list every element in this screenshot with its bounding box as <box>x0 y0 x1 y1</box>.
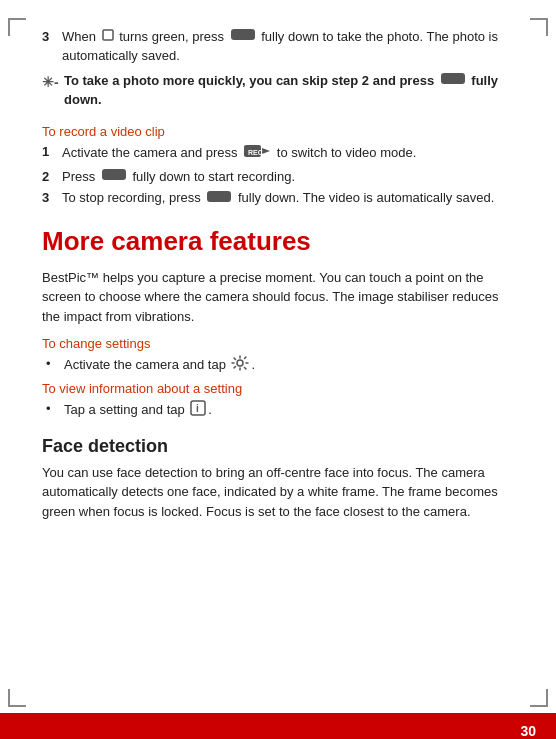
shutter-button-icon-v2 <box>101 168 127 187</box>
video-section-heading: To record a video clip <box>42 124 514 139</box>
corner-mark-bl <box>8 689 26 707</box>
view-info-heading: To view information about a setting <box>42 381 514 396</box>
svg-rect-0 <box>103 30 113 40</box>
more-camera-body: BestPic™ helps you capture a precise mom… <box>42 268 514 327</box>
bullet-dot-2: • <box>46 400 60 419</box>
corner-mark-tl <box>8 18 26 36</box>
svg-rect-2 <box>441 73 465 84</box>
step-3-text: When turns green, press fully down to ta… <box>62 28 514 66</box>
settings-gear-icon <box>231 355 249 377</box>
tip-text: To take a photo more quickly, you can sk… <box>64 72 514 110</box>
more-camera-heading: More camera features <box>42 226 514 257</box>
svg-point-8 <box>237 360 243 366</box>
main-content: 3 When turns green, press fully down to … <box>0 10 556 521</box>
shutter-button-icon-tip <box>440 72 466 91</box>
step-3-number: 3 <box>42 28 58 47</box>
bottom-bar: 30 <box>0 713 556 739</box>
video-step-2-num: 2 <box>42 168 58 187</box>
video-step-1-text: Activate the camera and press REC to swi… <box>62 143 514 165</box>
svg-text:i: i <box>196 403 199 414</box>
view-info-bullet: • Tap a setting and tap i . <box>42 400 514 422</box>
change-settings-bullet: • Activate the camera and tap . <box>42 355 514 377</box>
step-3-line: 3 When turns green, press fully down to … <box>42 28 514 66</box>
video-step-2-text: Press fully down to start recording. <box>62 168 514 187</box>
svg-text:REC: REC <box>248 149 263 156</box>
svg-marker-4 <box>262 148 270 154</box>
video-step-3-num: 3 <box>42 189 58 208</box>
video-mode-icon: REC <box>243 143 271 165</box>
svg-rect-6 <box>102 169 126 180</box>
svg-rect-7 <box>207 191 231 202</box>
change-settings-heading: To change settings <box>42 336 514 351</box>
face-detection-body: You can use face detection to bring an o… <box>42 463 514 522</box>
indicator-icon <box>102 28 114 47</box>
face-detection-heading: Face detection <box>42 436 514 457</box>
bullet-dot-1: • <box>46 355 60 374</box>
corner-mark-tr <box>530 18 548 36</box>
page: 3 When turns green, press fully down to … <box>0 10 556 739</box>
shutter-button-icon-v3 <box>206 190 232 209</box>
svg-rect-1 <box>231 29 255 40</box>
video-step-1-num: 1 <box>42 143 58 162</box>
video-step-1: 1 Activate the camera and press REC to s… <box>42 143 514 165</box>
video-step-3: 3 To stop recording, press fully down. T… <box>42 189 514 208</box>
change-settings-text: Activate the camera and tap . <box>64 355 514 377</box>
shutter-button-icon <box>230 28 256 47</box>
corner-mark-br <box>530 689 548 707</box>
tip-line: ✳- To take a photo more quickly, you can… <box>42 72 514 110</box>
tip-star-icon: ✳- <box>42 72 64 92</box>
video-step-3-text: To stop recording, press fully down. The… <box>62 189 514 208</box>
view-info-text: Tap a setting and tap i . <box>64 400 514 422</box>
info-icon: i <box>190 400 206 422</box>
page-number: 30 <box>520 723 536 739</box>
video-step-2: 2 Press fully down to start recording. <box>42 168 514 187</box>
